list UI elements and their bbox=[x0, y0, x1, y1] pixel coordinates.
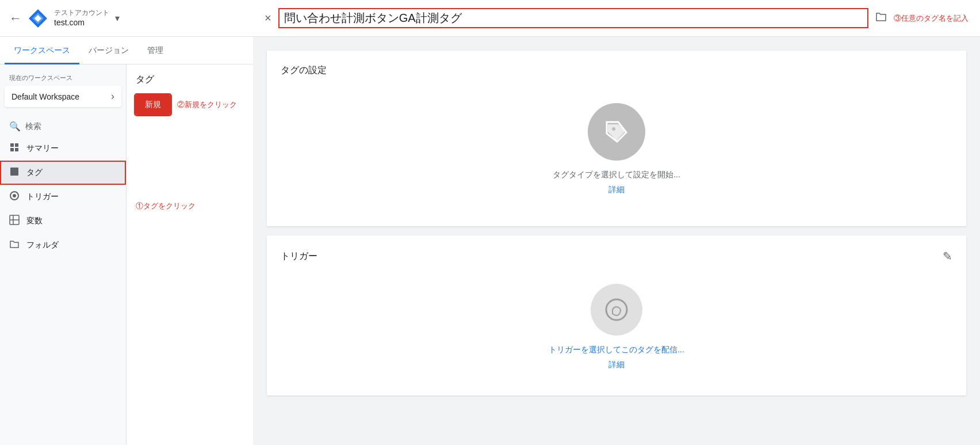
folders-icon bbox=[9, 239, 20, 252]
tags-icon bbox=[9, 166, 20, 179]
folder-icon[interactable] bbox=[875, 12, 887, 25]
new-hint-text: ②新規をクリック bbox=[177, 100, 237, 110]
svg-rect-3 bbox=[10, 143, 14, 147]
tag-placeholder-text: タグタイプを選択して設定を開始... bbox=[553, 170, 680, 180]
trigger-detail-link[interactable]: 詳細 bbox=[608, 360, 625, 370]
trigger-card-header: トリガー ✎ bbox=[281, 249, 952, 263]
tags-content-area: タグ 新規 ②新規をクリック ①タグをクリック bbox=[127, 64, 253, 445]
trigger-card: トリガー ✎ トリガーを選択してこのタグを配信... 詳細 bbox=[267, 235, 966, 395]
search-icon: 🔍 bbox=[9, 121, 21, 132]
tag-settings-card: タグの設定 タグタイプを選択して設定を開始... 詳細 bbox=[267, 51, 966, 226]
close-button[interactable]: × bbox=[265, 12, 271, 25]
sidebar-item-folders[interactable]: フォルダ bbox=[0, 233, 126, 257]
account-name: テストアカウント bbox=[54, 9, 109, 18]
tag-icon-circle bbox=[588, 103, 645, 161]
account-dropdown-arrow[interactable]: ▾ bbox=[115, 13, 120, 24]
summary-icon bbox=[9, 142, 20, 155]
variables-icon bbox=[9, 215, 20, 227]
search-label: 検索 bbox=[25, 121, 41, 132]
svg-rect-5 bbox=[10, 148, 14, 151]
svg-point-9 bbox=[13, 194, 16, 197]
svg-rect-4 bbox=[15, 143, 18, 147]
tab-manage[interactable]: 管理 bbox=[138, 39, 173, 64]
svg-point-15 bbox=[615, 301, 618, 304]
tags-click-hint: ①タグをクリック bbox=[136, 201, 244, 211]
account-domain: test.com bbox=[54, 17, 109, 28]
search-row[interactable]: 🔍 検索 bbox=[0, 116, 126, 136]
sidebar-item-summary[interactable]: サマリー bbox=[0, 136, 126, 161]
sidebar-item-tags[interactable]: タグ bbox=[0, 161, 126, 185]
tag-editor-panel: × ③任意のタグ名を記入 タグの設定 bbox=[253, 0, 980, 445]
trigger-type-icon bbox=[603, 296, 630, 323]
sidebar-item-triggers[interactable]: トリガー bbox=[0, 185, 126, 209]
account-info: テストアカウント test.com bbox=[54, 9, 109, 28]
svg-rect-7 bbox=[10, 168, 18, 176]
sidebar-item-variables[interactable]: 変数 bbox=[0, 209, 126, 233]
tag-type-icon bbox=[602, 117, 631, 146]
trigger-placeholder[interactable]: トリガーを選択してこのタグを配信... 詳細 bbox=[281, 272, 952, 382]
workspace-selector[interactable]: Default Workspace › bbox=[5, 86, 121, 107]
summary-label: サマリー bbox=[26, 143, 59, 154]
variables-label: 変数 bbox=[26, 216, 43, 226]
tag-settings-title: タグの設定 bbox=[281, 64, 952, 77]
new-tag-button[interactable]: 新規 bbox=[136, 95, 170, 115]
folders-label: フォルダ bbox=[26, 240, 59, 250]
tab-version[interactable]: バージョン bbox=[79, 39, 138, 64]
tag-name-hint: ③任意のタグ名を記入 bbox=[894, 13, 968, 24]
svg-rect-6 bbox=[15, 148, 18, 151]
tag-title-input[interactable] bbox=[278, 8, 868, 28]
tags-label: タグ bbox=[26, 168, 43, 178]
workspace-name: Default Workspace bbox=[12, 92, 79, 101]
gtm-logo bbox=[28, 8, 48, 29]
trigger-edit-icon[interactable]: ✎ bbox=[943, 249, 952, 263]
tag-type-placeholder[interactable]: タグタイプを選択して設定を開始... 詳細 bbox=[281, 86, 952, 212]
tab-workspace[interactable]: ワークスペース bbox=[5, 39, 79, 64]
tag-editor-header: × ③任意のタグ名を記入 bbox=[253, 0, 980, 37]
tags-header: タグ bbox=[136, 74, 244, 86]
left-panel: ← テストアカウント test.com ▾ ワークスペース bbox=[0, 0, 253, 445]
triggers-icon bbox=[9, 191, 20, 203]
top-bar: ← テストアカウント test.com ▾ bbox=[0, 0, 253, 37]
triggers-label: トリガー bbox=[26, 192, 59, 202]
sidebar: 現在のワークスペース Default Workspace › 🔍 検索 bbox=[0, 64, 127, 445]
trigger-title: トリガー bbox=[281, 250, 317, 263]
back-button[interactable]: ← bbox=[9, 11, 22, 26]
tag-detail-link[interactable]: 詳細 bbox=[608, 185, 625, 195]
workspace-chevron-icon: › bbox=[111, 90, 114, 102]
tab-nav: ワークスペース バージョン 管理 bbox=[0, 37, 253, 64]
current-workspace-label: 現在のワークスペース bbox=[0, 74, 126, 86]
trigger-icon-circle bbox=[591, 284, 642, 336]
tag-editor-body: タグの設定 タグタイプを選択して設定を開始... 詳細 bbox=[253, 37, 980, 445]
svg-point-13 bbox=[612, 127, 615, 131]
trigger-placeholder-text: トリガーを選択してこのタグを配信... bbox=[549, 345, 684, 355]
